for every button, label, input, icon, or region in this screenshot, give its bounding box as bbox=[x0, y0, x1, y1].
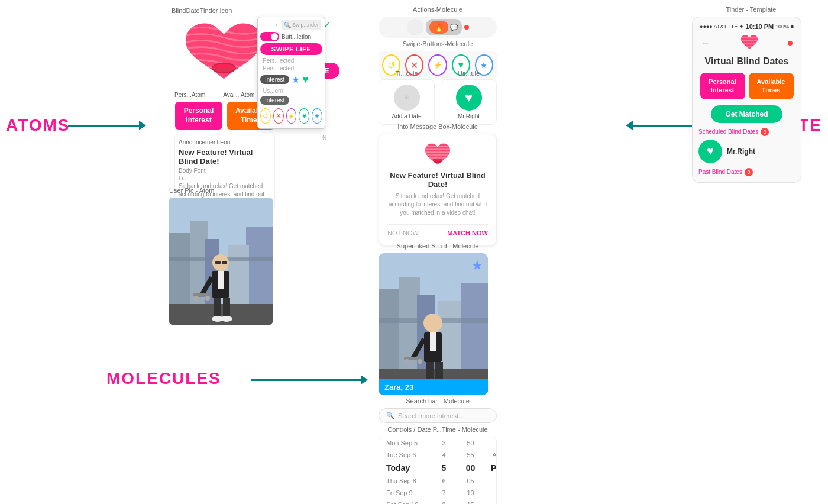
svg-rect-16 bbox=[223, 298, 230, 318]
past-dates-label: Past Blind Dates bbox=[698, 169, 742, 175]
time-row-4-col4 bbox=[484, 477, 497, 484]
actions-molecule: Actions-Molecule 🔥 💬 bbox=[379, 6, 497, 38]
time-row-today: Today 5 00 PM bbox=[379, 461, 496, 475]
svg-rect-15 bbox=[214, 298, 221, 318]
time-row-6-col4 bbox=[484, 501, 497, 504]
time-row-1-col3: 50 bbox=[457, 440, 484, 447]
superliked-bg-svg bbox=[379, 253, 488, 395]
overlay-search-text: Swip...nder bbox=[292, 22, 319, 28]
interest-badge2: Interest bbox=[260, 96, 289, 105]
time-row-1: Mon Sep 5 3 50 bbox=[379, 437, 496, 449]
swipe-overlay: ← → 🔍 Swip...nder ✓ Butt...letion SWIPE … bbox=[257, 17, 325, 129]
user-pic-section-title: User Pic - Atom bbox=[169, 187, 273, 194]
search-bar-title: Search bar - Molecule bbox=[379, 398, 497, 405]
mr-right-avatar: ♥ bbox=[456, 85, 482, 111]
search-placeholder: Search more interest... bbox=[398, 412, 464, 419]
datetime-molecule: Controls / Date P...Time - Molecule Mon … bbox=[379, 426, 497, 504]
svg-rect-10 bbox=[215, 261, 221, 264]
forward-icon: → bbox=[271, 20, 279, 30]
time-row-2-col1: Tue Sep 6 bbox=[386, 451, 431, 458]
match-now-btn[interactable]: MATCH NOW bbox=[447, 230, 488, 237]
template-arrow bbox=[626, 121, 692, 130]
phone-personal-interest-btn[interactable]: Personal Interest bbox=[700, 73, 745, 99]
mini-star-btn[interactable]: ★ bbox=[312, 108, 322, 124]
mini-boost-btn[interactable]: ⚡ bbox=[286, 108, 297, 124]
overlay-swipe-life-btn[interactable]: SWIPE LIFE bbox=[260, 43, 322, 55]
svg-rect-40 bbox=[430, 332, 436, 351]
mini-rewind-btn[interactable]: ↺ bbox=[260, 108, 271, 124]
time-row-1-col2: 3 bbox=[431, 440, 457, 447]
svg-point-21 bbox=[193, 296, 198, 301]
tinder-template-section: Tinder - Template ●●●● AT&T LTE ✦ 10:10 … bbox=[692, 6, 810, 183]
check-icon: ✓ bbox=[324, 20, 331, 30]
time-row-2-col2: 4 bbox=[431, 451, 457, 458]
battery-label: 100% ■ bbox=[775, 24, 794, 30]
swipe-buttons-title: Swipe-Buttons-Molecule bbox=[379, 40, 497, 47]
superlike-star-icon: ★ bbox=[471, 258, 483, 273]
svg-point-22 bbox=[205, 296, 210, 301]
mr-right-label: Mr.Right bbox=[458, 113, 480, 119]
molecules-arrow bbox=[251, 375, 368, 385]
mini-swipe-row: ↺ ✕ ⚡ ♥ ★ bbox=[260, 106, 322, 126]
message-actions: NOT NOW MATCH NOW bbox=[387, 224, 488, 237]
time-row-4-col2: 6 bbox=[431, 477, 457, 484]
time-row-6-col3: 15 bbox=[457, 501, 484, 504]
time-row-2: Tue Sep 6 4 55 AM bbox=[379, 449, 496, 461]
phone-app-title: Virtual Blind Dates bbox=[698, 56, 795, 67]
message-box-title: Into Message Box-Molecule bbox=[379, 123, 497, 130]
time-row-5-col1: Fri Sep 9 bbox=[386, 489, 431, 496]
time-today-col1: Today bbox=[386, 463, 431, 473]
time-row-2-col3: 55 bbox=[457, 451, 484, 458]
message-box-announcement: New Feature! Virtual Blind Date! bbox=[387, 171, 488, 189]
time-row-6-col1: Sat Sep 10 bbox=[386, 501, 431, 504]
time-row-1-col1: Mon Sep 5 bbox=[386, 440, 431, 447]
n-label: N... bbox=[322, 135, 332, 141]
personal-interest-btn[interactable]: Personal Interest bbox=[175, 102, 222, 130]
pers-atom-label: Pers...Atom bbox=[174, 92, 205, 98]
atoms-label: ATOMS bbox=[6, 116, 70, 135]
time-row-5-col2: 7 bbox=[431, 489, 457, 496]
svg-point-47 bbox=[405, 359, 409, 364]
overlay-star-icon: ★ bbox=[292, 74, 300, 85]
body-font-label: Body Font bbox=[179, 167, 271, 174]
phone-btn-row: Personal Interest Available Times bbox=[698, 73, 795, 99]
datetime-inner: Mon Sep 5 3 50 Tue Sep 6 4 55 AM Today 5… bbox=[379, 437, 497, 504]
scheduled-badge: 0 bbox=[761, 128, 769, 136]
us-inner: ♥ Mr.Right bbox=[441, 79, 497, 125]
message-box-body: Sit back and relax! Get matched accordin… bbox=[387, 192, 488, 217]
time-row-5: Fri Sep 9 7 10 bbox=[379, 487, 496, 499]
carrier-label: ●●●● AT&T LTE ✦ bbox=[700, 24, 744, 30]
time-row-4-col3: 05 bbox=[457, 477, 484, 484]
announcement-section-title: Announcement Font bbox=[179, 139, 271, 146]
time-row-5-col4 bbox=[484, 489, 497, 496]
phone-nav: ← bbox=[698, 34, 795, 53]
not-now-btn[interactable]: NOT NOW bbox=[387, 230, 419, 237]
superliked-molecule: SuperLiked S...rd - Molecule bbox=[379, 243, 497, 395]
msg-icon: 💬 bbox=[450, 24, 458, 31]
phone-available-times-btn[interactable]: Available Times bbox=[749, 73, 794, 99]
actions-molecule-title: Actions-Molecule bbox=[379, 6, 497, 13]
time-today-col2: 5 bbox=[431, 463, 457, 473]
user-pic-image bbox=[169, 198, 273, 325]
fire-icon: 🔥 bbox=[434, 23, 444, 32]
mini-like-btn[interactable]: ♥ bbox=[299, 108, 309, 124]
us-title: Us...ule bbox=[441, 70, 497, 77]
time-today-col3: 00 bbox=[457, 463, 484, 473]
nav-left-icon: ← bbox=[701, 38, 710, 49]
avail-atom-label: Avail...Atom bbox=[223, 92, 254, 98]
match-heart-icon: ♥ bbox=[698, 140, 722, 163]
overlay-btn-label: Butt...letion bbox=[282, 34, 311, 40]
svg-point-48 bbox=[418, 359, 422, 364]
scheduled-header: Scheduled Blind Dates 0 bbox=[698, 128, 795, 136]
phone-get-matched-btn[interactable]: Get Matched bbox=[711, 105, 782, 123]
superliked-name-bar: Zara, 23 bbox=[379, 379, 488, 395]
svg-point-29 bbox=[433, 159, 442, 163]
time-row-5-col3: 10 bbox=[457, 489, 484, 496]
ti-us-molecule: Ti...cule + Add a Date Us...ule ♥ Mr.Rig… bbox=[379, 70, 497, 125]
mini-nope-btn[interactable]: ✕ bbox=[273, 108, 284, 124]
scheduled-label: Scheduled Blind Dates bbox=[698, 128, 758, 135]
search-input-mock[interactable]: 🔍 Search more interest... bbox=[379, 408, 497, 423]
time-today-col4: PM bbox=[484, 463, 497, 473]
time-row-4-col1: Thu Sep 8 bbox=[386, 477, 431, 484]
overlay-pers1: Pers...ected bbox=[260, 57, 322, 64]
